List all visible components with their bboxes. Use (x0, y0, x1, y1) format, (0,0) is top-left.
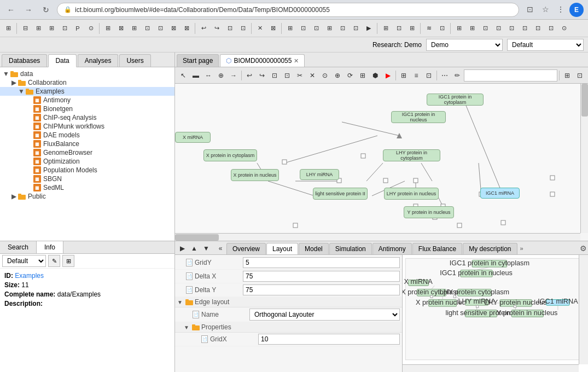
prop-input-gridy[interactable] (243, 257, 400, 268)
tb-btn-18[interactable]: ✕ (254, 22, 266, 35)
dtb-cut[interactable]: ✂ (294, 69, 306, 82)
tab-data[interactable]: Data (48, 54, 76, 67)
dtb-layout-icon[interactable]: ⊞ (561, 69, 573, 82)
tree-item-public[interactable]: ▶ Public (0, 192, 174, 201)
node-y-nucleus[interactable]: Y protein in nucleus (404, 206, 454, 218)
back-button[interactable]: ← (4, 3, 18, 16)
tab-analyses[interactable]: Analyses (78, 54, 119, 67)
tb-btn-38[interactable]: ⊡ (532, 22, 544, 35)
tree-toggle-data[interactable]: ▼ (2, 70, 10, 78)
tb-btn-4[interactable]: ⊡ (59, 22, 71, 35)
diagram-vscroll[interactable] (580, 84, 588, 233)
node-igc1-nucleus[interactable]: IGC1 protein in nucleus (391, 111, 446, 123)
tb-btn-37[interactable]: ⊡ (519, 22, 531, 35)
dtb-table[interactable]: ⊞ (398, 69, 410, 82)
info-id-value[interactable]: Examples (15, 272, 44, 280)
bookmark-button[interactable]: ☆ (539, 3, 552, 16)
tb-btn-9[interactable]: ⊞ (128, 22, 140, 35)
tab-start-page[interactable]: Start page (177, 54, 219, 67)
tb-btn-7[interactable]: ⊞ (102, 22, 114, 35)
tree-item-popmodels[interactable]: ▦ Population Models (0, 166, 174, 175)
tab-close-icon[interactable]: ✕ (294, 57, 299, 65)
prop-expand-properties[interactable]: ▼ (184, 324, 191, 330)
tab-antimony[interactable]: Antimony (372, 243, 412, 254)
node-x-mirna[interactable]: X miRNA (175, 132, 211, 143)
tb-btn-20[interactable]: ⊞ (284, 22, 296, 35)
dtb-stop[interactable]: ▶ (382, 69, 394, 82)
reload-button[interactable]: ↻ (39, 3, 53, 16)
brt-more[interactable]: » (520, 245, 523, 252)
dtb-cycle[interactable]: ⟳ (344, 69, 356, 82)
prop-select-name[interactable]: Orthogonal Layouter (249, 309, 400, 321)
tb-btn-27[interactable]: ⊞ (380, 22, 392, 35)
tab-layout[interactable]: Layout (266, 243, 298, 254)
logout-button[interactable]: ⊞ (2, 22, 14, 35)
tb-btn-10[interactable]: ⊡ (141, 22, 153, 35)
tb-btn-11[interactable]: ⊡ (154, 22, 166, 35)
tb-btn-21[interactable]: ⊡ (297, 22, 309, 35)
node-lhy-cytoplasm[interactable]: LHY protein in cytoplasm (383, 149, 440, 161)
tree-item-chipmunk[interactable]: ▦ ChIPMunk workflows (0, 122, 174, 131)
tree-toggle-collaboration[interactable]: ▶ (10, 79, 18, 86)
dtb-pen[interactable]: ✏ (451, 69, 463, 82)
tree-item-examples[interactable]: ▼ Examples (0, 87, 174, 96)
dtb-chart[interactable]: ⊡ (423, 69, 435, 82)
tree-item-genomebrowser[interactable]: ▦ GenomeBrowser (0, 148, 174, 157)
tree-item-antimony[interactable]: ▦ Antimony (0, 96, 174, 104)
diagram-hscroll[interactable] (175, 233, 580, 241)
edit-btn[interactable]: ✎ (48, 255, 60, 267)
dtb-overview-btn[interactable]: ⊡ (574, 69, 586, 82)
prop-input-deltax[interactable] (243, 271, 400, 282)
menu-button[interactable]: ⋮ (554, 3, 567, 16)
cast-button[interactable]: ⊡ (523, 3, 537, 16)
tb-btn-2[interactable]: ⊞ (32, 22, 44, 35)
tb-btn-19[interactable]: ⊠ (267, 22, 279, 35)
tb-btn-23[interactable]: ⊞ (323, 22, 335, 35)
tb-btn-40[interactable]: ⊙ (558, 22, 570, 35)
mini-map-vscroll[interactable] (579, 255, 588, 364)
diagram-area[interactable]: IGC1 protein in cytoplasm IGC1 protein i… (175, 84, 580, 233)
diagram-search-input[interactable] (464, 69, 557, 82)
tb-btn-12[interactable]: ⊠ (167, 22, 179, 35)
tree-toggle-examples[interactable]: ▼ (18, 88, 25, 95)
dtb-undo[interactable]: ↩ (243, 69, 255, 82)
tree-item-chipseq[interactable]: ▦ ChIP-seq Analysis (0, 113, 174, 122)
brt-nav-left[interactable]: ▶ (176, 242, 188, 254)
node-x-nucleus[interactable]: X protein in nucleus (231, 169, 279, 181)
tree-toggle-public[interactable]: ▶ (10, 193, 18, 200)
tb-btn-1[interactable]: ⊟ (19, 22, 31, 35)
prop-input-deltay[interactable] (243, 284, 400, 295)
tb-btn-39[interactable]: ⊡ (545, 22, 557, 35)
tree-item-bionetgen[interactable]: ▦ Bionetgen (0, 104, 174, 113)
dtb-bars[interactable]: ≡ (410, 69, 422, 82)
tree-item-fluxbalance[interactable]: ▦ FluxBalance (0, 140, 174, 148)
node-light-sensitive[interactable]: light sensitive protein II (313, 188, 368, 200)
tb-btn-28[interactable]: ⊡ (393, 22, 405, 35)
tab-biomd[interactable]: ⬡ BIOMD0000000055 ✕ (220, 54, 305, 67)
user-button[interactable]: E (569, 3, 584, 17)
dtb-copy[interactable]: ⊡ (269, 69, 281, 82)
dtb-rect[interactable]: ▬ (190, 69, 202, 82)
tab-users[interactable]: Users (119, 54, 150, 67)
info-settings-btn[interactable]: ⊞ (62, 255, 74, 267)
tree-item-sbgn[interactable]: ▦ SBGN (0, 175, 174, 183)
url-bar[interactable]: 🔒 ict.biouml.org/bioumlweb/#de=data/Coll… (57, 3, 519, 17)
dtb-ellipse[interactable]: ⊕ (331, 69, 344, 82)
brt-nav-down[interactable]: ▼ (200, 242, 212, 254)
default-select-research[interactable]: Default (507, 39, 584, 51)
tree-item-sedml[interactable]: ▦ SedML (0, 183, 174, 192)
dtb-arrow[interactable]: → (228, 69, 240, 82)
tb-btn-13[interactable]: ⊠ (181, 22, 193, 35)
node-lhy-mirna[interactable]: LHY miRNA (300, 169, 339, 180)
dtb-grid[interactable]: ⊞ (357, 69, 369, 82)
tree-item-collaboration[interactable]: ▶ Collaboration (0, 78, 174, 87)
tab-my-description[interactable]: My description (463, 243, 517, 254)
tb-btn-5[interactable]: P (72, 22, 84, 35)
tb-btn-30[interactable]: ≋ (423, 22, 435, 35)
tb-btn-31[interactable]: ⊡ (436, 22, 448, 35)
dtb-zoom-region[interactable]: ⊕ (215, 69, 227, 82)
tb-btn-36[interactable]: ⊡ (505, 22, 517, 35)
tb-btn-3[interactable]: ⊞ (45, 22, 57, 35)
tb-btn-25[interactable]: ⊡ (350, 22, 362, 35)
dtb-circle[interactable]: ⊙ (319, 69, 331, 82)
